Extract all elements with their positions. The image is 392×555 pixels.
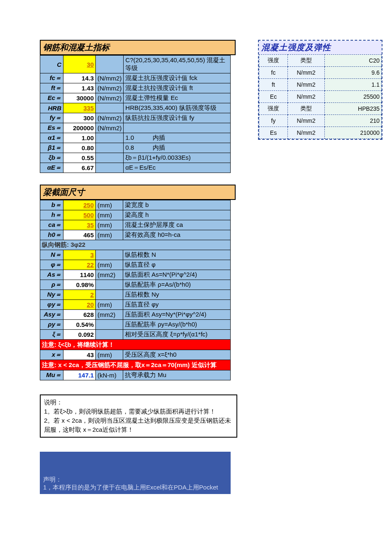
row-desc: αE＝Es/Ec [124, 163, 231, 173]
row-unit [96, 133, 124, 143]
row-value: 0.80 [63, 143, 96, 153]
row-label: ξ＝ [40, 330, 63, 340]
row-label: x＝ [40, 350, 63, 360]
row-unit: (N/mm2) [96, 113, 124, 123]
row-value: 2 [63, 290, 96, 300]
row-unit [96, 280, 123, 290]
row-value: 200000 [63, 123, 96, 133]
row-desc: 梁有效高度 h0=h-ca [123, 230, 231, 240]
side-cell: 9.6 [325, 67, 382, 79]
row-label: ft＝ [40, 83, 63, 93]
row-value: 43 [63, 350, 96, 360]
row-desc: HRB(235,335,400) 纵筋强度等级 [124, 103, 231, 113]
row-value: 35 [63, 220, 96, 230]
row-desc: 压筋直径 φy [123, 300, 231, 310]
row-label: b＝ [40, 200, 63, 210]
footer-box: 声明： 1，本程序目的是为了便于在电脑上用Excel和在PDA上用Pocket [40, 452, 231, 494]
row-desc: 1.0 内插 [124, 133, 231, 143]
row-value: 465 [63, 230, 96, 240]
row-value: 20 [63, 300, 96, 310]
side-cell: 强度 [259, 55, 288, 67]
row-label: N＝ [40, 250, 63, 260]
row-label: fy＝ [40, 113, 63, 123]
row-unit: (mm) [96, 300, 123, 310]
row-value: 628 [63, 310, 96, 320]
side-cell: fc [259, 67, 288, 79]
row-desc: 受压区高度 x=ξ*h0 [123, 350, 231, 360]
row-value: 0.54% [63, 320, 96, 330]
table2-title: 梁截面尺寸 [40, 185, 236, 200]
row-unit: (mm) [96, 220, 123, 230]
row-unit: (mm) [96, 210, 123, 220]
row-desc: 梁宽度 b [123, 200, 231, 210]
side-cell: fy [259, 115, 288, 127]
row-label: Es＝ [40, 123, 63, 133]
row-label: ξb＝ [40, 153, 63, 163]
row-label: h＝ [40, 210, 63, 220]
row-desc: 混凝土抗拉强度设计值 ft [124, 83, 231, 93]
row-value: 22 [63, 260, 96, 270]
section-label: 纵向钢筋: 3φ22 [40, 240, 231, 250]
row-desc: 抗弯承载力 Mu [123, 370, 231, 380]
row-desc: 梁高度 h [123, 210, 231, 220]
footer-line1: 1，本程序目的是为了便于在电脑上用Excel和在PDA上用Pocket [43, 484, 227, 492]
side-cell: N/mm2 [288, 115, 325, 127]
row-value: 1.00 [63, 133, 96, 143]
notes-title: 说明： [44, 398, 233, 407]
row-desc: 混凝土抗压强度设计值 fck [124, 73, 231, 83]
row-desc: 0.8 内插 [124, 143, 231, 153]
warning-row: 注意: x < 2ca，受压钢筋不屈服，取x＝2ca＝70(mm) 近似计算 [40, 360, 231, 370]
row-unit: (N/mm2) [96, 93, 124, 103]
row-unit: (N/mm2) [96, 123, 124, 133]
row-label: αE＝ [40, 163, 63, 173]
row-label: Ny＝ [40, 290, 63, 300]
row-label: ca＝ [40, 220, 63, 230]
side-cell: 类型 [288, 55, 325, 67]
row-label: φy＝ [40, 300, 63, 310]
row-value: 1140 [63, 270, 96, 280]
row-desc: 纵筋面积 As=N*(Pi*φ^2/4) [123, 270, 231, 280]
row-desc: C?(20,25,30,35,40,45,50,55) 混凝土等级 [124, 56, 231, 73]
row-label: As＝ [40, 270, 63, 280]
row-unit: (mm) [96, 350, 123, 360]
side-table: 混凝土强度及弹性 强度类型C20fcN/mm29.6ftN/mm21.1EcN/… [258, 40, 382, 140]
side-cell: 210000 [325, 127, 382, 139]
row-desc: ξb＝β1/(1+fy/0.0033Es) [124, 153, 231, 163]
row-unit: (mm) [96, 200, 123, 210]
row-desc: 压筋面积 Asy=Ny*(Pi*φy^2/4) [123, 310, 231, 320]
side-cell: Ec [259, 91, 288, 103]
row-unit [96, 56, 124, 73]
row-unit: (mm) [96, 230, 123, 240]
row-desc: 相对受压区高度 ξ=ρ*fy/(α1*fc) [123, 330, 231, 340]
side-cell: 强度 [259, 103, 288, 115]
notes-box: 说明： 1。若ξ>ξb，则说明纵筋超筋，需要减少纵筋面积再进行计算！ 2。若 x… [40, 394, 237, 438]
row-label: Asy＝ [40, 310, 63, 320]
row-value: 14.3 [63, 73, 96, 83]
row-label: fc＝ [40, 73, 63, 83]
notes-line1: 1。若ξ>ξb，则说明纵筋超筋，需要减少纵筋面积再进行计算！ [44, 407, 233, 416]
row-unit: (mm2) [96, 310, 123, 320]
row-value: 3 [63, 250, 96, 260]
row-label: ρ＝ [40, 280, 63, 290]
side-cell: ft [259, 79, 288, 91]
row-unit: (mm2) [96, 270, 123, 280]
side-cell: N/mm2 [288, 127, 325, 139]
row-value: 300 [63, 113, 96, 123]
row-desc [124, 123, 231, 133]
row-label: β1＝ [40, 143, 63, 153]
table1: C30C?(20,25,30,35,40,45,50,55) 混凝土等级fc＝1… [40, 55, 231, 173]
row-desc: 压筋配筋率 ρy=Asy/(b*h0) [123, 320, 231, 330]
row-label: φ＝ [40, 260, 63, 270]
row-desc: 纵筋根数 N [123, 250, 231, 260]
row-value: 30000 [63, 93, 96, 103]
row-label: Ec＝ [40, 93, 63, 103]
row-unit [96, 163, 124, 173]
warning-row: 注意: ξ<ξb，将继续计算！ [40, 340, 231, 350]
row-desc: 混凝土保护层厚度 ca [123, 220, 231, 230]
row-unit [96, 153, 124, 163]
row-label: C [40, 56, 63, 73]
side-cell: 类型 [288, 103, 325, 115]
row-value: 30 [63, 56, 96, 73]
row-value: 250 [63, 200, 96, 210]
side-cell: 210 [325, 115, 382, 127]
